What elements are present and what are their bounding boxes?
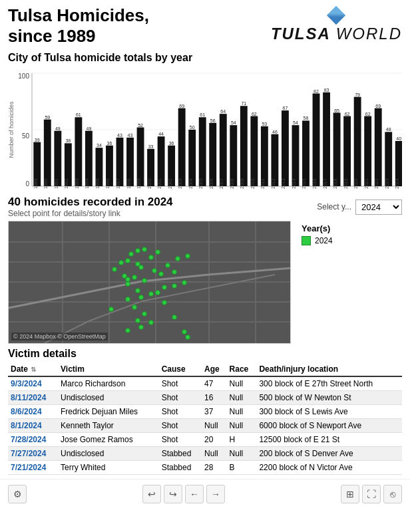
table-cell: Kenneth Taylor — [58, 419, 159, 433]
table-cell: B — [227, 461, 257, 475]
share-button[interactable]: ⎋ — [383, 485, 402, 503]
table-header: Date ⇅ Victim Cause Age Race Death/injur… — [8, 362, 402, 376]
toolbar: ⚙ ↩ ↪ ← → ⊞ ⛶ ⎋ — [0, 479, 410, 506]
header: Tulsa Homicides, since 1989 TULSA WORLD — [0, 0, 410, 49]
victim-title: Victim details — [8, 348, 402, 360]
table-cell: 20 — [202, 433, 226, 447]
table-row[interactable]: 7/28/2024Jose Gomez RamosShot20H12500 bl… — [8, 433, 402, 447]
table-cell: 28 — [202, 461, 226, 475]
layout-icon: ⊞ — [346, 489, 354, 499]
table-cell: Null — [202, 419, 226, 433]
table-cell: Shot — [159, 433, 202, 447]
homicide-count-text: 40 homicides recorded in 2024 — [8, 196, 173, 209]
table-cell: Stabbed — [159, 461, 202, 475]
fullscreen-button[interactable]: ⛶ — [362, 485, 381, 503]
table-cell: Shot — [159, 376, 202, 391]
year-selector-label: Select y... — [317, 202, 351, 211]
col-race[interactable]: Race — [227, 362, 257, 376]
title-line1: Tulsa Homicides, — [8, 5, 149, 25]
settings-icon: ⚙ — [13, 489, 22, 499]
settings-button[interactable]: ⚙ — [8, 485, 27, 503]
toolbar-center: ↩ ↪ ← → — [142, 485, 225, 503]
forward-button[interactable]: → — [206, 485, 225, 503]
forward-icon: → — [211, 489, 220, 499]
logo-tulsa: TULSA — [271, 25, 330, 43]
table-row[interactable]: 8/11/2024UndisclosedShot16Null500 block … — [8, 391, 402, 405]
table-cell: 9/3/2024 — [8, 376, 58, 391]
back-button[interactable]: ← — [185, 485, 204, 503]
redo-button[interactable]: ↪ — [164, 485, 182, 503]
victim-tbody: 9/3/2024Marco RichardsonShot47Null300 bl… — [8, 376, 402, 475]
layout-button[interactable]: ⊞ — [341, 485, 359, 503]
chart-section: City of Tulsa homicide totals by year 10… — [0, 49, 410, 193]
table-cell: 7/28/2024 — [8, 433, 58, 447]
table-row[interactable]: 7/27/2024UndisclosedStabbedNullNull200 b… — [8, 447, 402, 461]
table-cell: 500 block of W Newton St — [256, 391, 402, 405]
legend-label-2024: 2024 — [315, 236, 333, 245]
table-cell: 8/6/2024 — [8, 405, 58, 419]
table-cell: 12500 block of E 21 St — [256, 433, 402, 447]
victim-table: Date ⇅ Victim Cause Age Race Death/injur… — [8, 362, 402, 475]
table-cell: Marco Richardson — [58, 376, 159, 391]
table-cell: 200 block of S Denver Ave — [256, 447, 402, 461]
col-age[interactable]: Age — [202, 362, 226, 376]
undo-button[interactable]: ↩ — [142, 485, 161, 503]
back-icon: ← — [190, 489, 199, 499]
table-cell: 300 block of S Lewis Ave — [256, 405, 402, 419]
logo-diamond-icon — [327, 6, 345, 25]
table-cell: 2200 block of N Victor Ave — [256, 461, 402, 475]
table-row[interactable]: 7/21/2024Terry WhitedStabbed28B2200 bloc… — [8, 461, 402, 475]
table-cell: 37 — [202, 405, 226, 419]
table-cell: Null — [202, 447, 226, 461]
col-location[interactable]: Death/injury location — [256, 362, 402, 376]
legend-title: Year(s) — [302, 223, 333, 233]
chart-title: City of Tulsa homicide totals by year — [8, 52, 402, 64]
table-cell: 16 — [202, 391, 226, 405]
table-cell: Null — [227, 447, 257, 461]
year-selector-group: Select y... 2024 2023 2022 2021 2020 — [317, 200, 402, 215]
map-highway-svg — [9, 221, 290, 343]
table-cell: 6000 block of S Newport Ave — [256, 419, 402, 433]
undo-icon: ↩ — [148, 489, 156, 499]
table-row[interactable]: 9/3/2024Marco RichardsonShot47Null300 bl… — [8, 376, 402, 391]
table-cell: Undisclosed — [58, 391, 159, 405]
table-cell: Null — [227, 405, 257, 419]
col-date[interactable]: Date ⇅ — [8, 362, 58, 376]
col-victim[interactable]: Victim — [58, 362, 159, 376]
year-select[interactable]: 2024 2023 2022 2021 2020 — [355, 200, 402, 215]
fullscreen-icon: ⛶ — [367, 489, 376, 499]
map-container[interactable]: © 2024 Mapbox © OpenStreetMap — [8, 221, 291, 344]
table-row[interactable]: 8/1/2024Kenneth TaylorShotNullNull6000 b… — [8, 419, 402, 433]
subtext: Select point for details/story link — [8, 209, 173, 218]
year-selector-row: 40 homicides recorded in 2024 Select poi… — [0, 193, 410, 221]
redo-icon: ↪ — [169, 489, 177, 499]
map-legend-row: © 2024 Mapbox © OpenStreetMap Year(s) 20… — [0, 221, 410, 344]
table-cell: 300 block of E 27th Street North — [256, 376, 402, 391]
table-cell: 7/27/2024 — [8, 447, 58, 461]
title-line2: since 1989 — [8, 26, 96, 46]
legend-area: Year(s) 2024 — [296, 221, 338, 344]
legend-color-2024 — [302, 236, 311, 245]
table-cell: Jose Gomez Ramos — [58, 433, 159, 447]
table-cell: Terry Whited — [58, 461, 159, 475]
victim-section: Victim details Date ⇅ Victim Cause Age R… — [0, 344, 410, 475]
col-cause[interactable]: Cause — [159, 362, 202, 376]
legend-item-2024: 2024 — [302, 236, 333, 245]
sort-icon-date: ⇅ — [31, 366, 36, 373]
toolbar-right: ⊞ ⛶ ⎋ — [341, 485, 402, 503]
table-cell: Null — [227, 376, 257, 391]
table-cell: H — [227, 433, 257, 447]
map-copyright: © 2024 Mapbox © OpenStreetMap — [11, 332, 108, 340]
toolbar-left: ⚙ — [8, 485, 27, 503]
logo-world: WORLD — [336, 25, 402, 43]
table-cell: Null — [227, 391, 257, 405]
table-cell: Fredrick Dejuan Miles — [58, 405, 159, 419]
table-cell: Null — [227, 419, 257, 433]
bar-chart[interactable]: 100 50 0 Number of homicides 39198959199… — [8, 66, 402, 193]
bar-canvas — [8, 66, 402, 193]
table-row[interactable]: 8/6/2024Fredrick Dejuan MilesShot37Null3… — [8, 405, 402, 419]
table-cell: Stabbed — [159, 447, 202, 461]
table-cell: Shot — [159, 405, 202, 419]
share-icon: ⎋ — [390, 489, 395, 499]
table-cell: 47 — [202, 376, 226, 391]
